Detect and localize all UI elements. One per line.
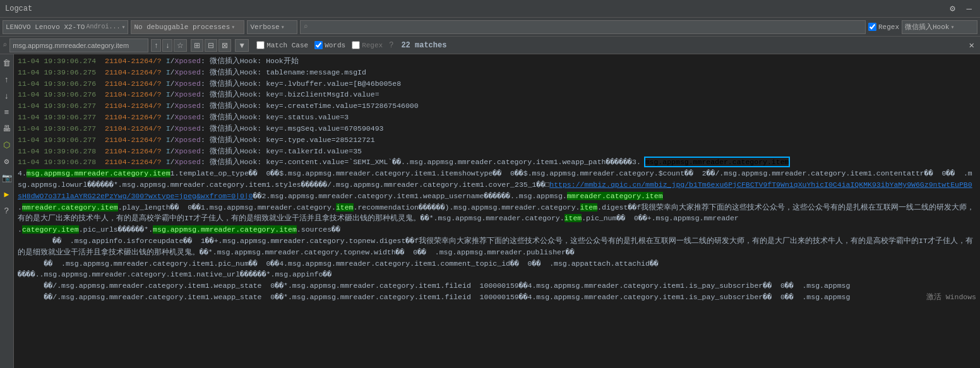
words-label: Words	[325, 42, 345, 49]
regex-checkbox[interactable]	[868, 23, 876, 31]
level-arrow-icon: ▾	[281, 23, 285, 31]
sidebar-camera-icon[interactable]: 📷	[1, 172, 13, 184]
sidebar-play-icon[interactable]: ▶	[1, 188, 13, 201]
log-line: .mmreader.category.item.play_length�� 0�…	[16, 202, 977, 225]
search-icon-small: ⌕	[3, 40, 7, 50]
main-search-bar[interactable]: ⌕	[300, 20, 866, 34]
search-input-container[interactable]	[9, 39, 148, 52]
match-case-label: Match Case	[266, 42, 308, 49]
hook-label: 微信插入Hook	[905, 22, 949, 32]
sidebar-question-icon[interactable]: ?	[1, 205, 13, 217]
log-line: .category.item.pic_urls������*.msg.appms…	[16, 224, 977, 235]
log-line: 11-04 19:39:06.274 21104-21264/? I/Xpose…	[16, 56, 977, 67]
log-line: 11-04 19:39:06.278 21104-21264/? I/Xpose…	[16, 146, 977, 157]
search-next-button[interactable]: ↓	[162, 39, 172, 52]
sidebar-delete-icon[interactable]: 🗑	[1, 57, 13, 69]
device-label: LENOVO Lenovo X2-TO	[6, 23, 85, 31]
search-nav-buttons: ↑ ↓ ☆	[151, 39, 187, 52]
process-label: No debuggable processes	[134, 23, 230, 31]
match-case-checkbox[interactable]	[256, 41, 265, 49]
log-line: 11-04 19:39:06.277 21104-21264/? I/Xpose…	[16, 123, 977, 134]
sidebar-filter-icon[interactable]: ≡	[1, 106, 13, 119]
sidebar-android-icon[interactable]: ⬡	[1, 139, 13, 151]
sidebar-print-icon[interactable]: 🖶	[1, 122, 13, 135]
regex-search-label: Regex	[362, 42, 383, 49]
settings-button[interactable]: ⚙	[947, 2, 958, 15]
level-label: Verbose	[250, 23, 279, 31]
main-container: 🗑 ↑ ↓ ≡ 🖶 ⬡ ⚙ 📷 ▶ ? 11-04 19:39:06.274 2…	[0, 54, 980, 368]
search-bookmark-button[interactable]: ☆	[174, 39, 187, 52]
log-link[interactable]: https://mmbiz.qpic.cn/mmbiz_jpg/b1Tm6exu…	[18, 181, 972, 200]
filter-btn-3[interactable]: ⊠	[218, 39, 231, 52]
sidebar: 🗑 ↑ ↓ ≡ 🖶 ⬡ ⚙ 📷 ▶ ?	[0, 54, 14, 368]
close-search-button[interactable]: ✕	[966, 39, 977, 52]
process-arrow-icon: ▾	[231, 23, 235, 31]
process-selector[interactable]: No debuggable processes ▾	[131, 20, 244, 34]
device-selector[interactable]: LENOVO Lenovo X2-TO Androi... ▾	[3, 20, 128, 34]
regex-label: Regex	[878, 23, 899, 31]
sidebar-down-icon[interactable]: ↓	[1, 90, 13, 102]
main-toolbar: LENOVO Lenovo X2-TO Androi... ▾ No debug…	[0, 18, 980, 37]
matches-count: 22 matches	[401, 41, 446, 50]
main-search-input[interactable]	[311, 23, 863, 31]
filter-btn-2[interactable]: ⊟	[205, 39, 217, 52]
search-toolbar: ⌕ ↑ ↓ ☆ ⊞ ⊟ ⊠ ▼ Match Case Words Regex ?…	[0, 37, 980, 54]
search-icon: ⌕	[303, 22, 308, 32]
log-line: ����..msg.appmsg.mmreader.category.item1…	[16, 269, 977, 280]
title-bar-right: ⚙ —	[947, 2, 975, 15]
log-content[interactable]: 11-04 19:39:06.274 21104-21264/? I/Xpose…	[14, 54, 980, 368]
log-line: 11-04 19:39:06.277 21104-21264/? I/Xpose…	[16, 134, 977, 146]
match-case-toggle[interactable]: Match Case	[256, 41, 308, 49]
hook-arrow-icon: ▾	[950, 23, 954, 31]
app-title: Logcat	[5, 4, 32, 13]
title-bar: Logcat ⚙ —	[0, 0, 980, 18]
hook-selector[interactable]: 微信插入Hook ▾	[902, 20, 977, 34]
log-line: ��/.msg.appmsg.mmreader.category.item1.w…	[16, 292, 977, 303]
search-options: Match Case Words Regex ?	[256, 41, 393, 50]
regex-toggle[interactable]: Regex	[868, 23, 899, 31]
search-prev-button[interactable]: ↑	[151, 39, 161, 52]
filter-btn-1[interactable]: ⊞	[191, 39, 203, 52]
device-arrow-icon: ▾	[121, 23, 125, 31]
minimize-button[interactable]: —	[964, 3, 975, 15]
help-icon[interactable]: ?	[389, 41, 393, 50]
title-bar-left: Logcat	[5, 4, 32, 13]
log-line: 4.msg.appmsg.mmreader.category.item1.tem…	[16, 168, 977, 201]
log-line: 11-04 19:39:06.276 21104-21264/? I/Xpose…	[16, 89, 977, 100]
sidebar-settings-icon[interactable]: ⚙	[1, 155, 13, 168]
log-line: �� .msg.appinfo.isforceupdate�� 1��+.msg…	[16, 235, 977, 258]
regex-search-toggle[interactable]: Regex	[352, 41, 383, 49]
log-line: 11-04 19:39:06.276 21104-21264/? I/Xpose…	[16, 78, 977, 90]
log-line: 11-04 19:39:06.275 21104-21264/? I/Xpose…	[16, 67, 977, 78]
log-line: 11-04 19:39:06.278 21104-21264/? I/Xpose…	[16, 157, 977, 168]
log-line: �� .msg.appmsg.mmreader.category.item1.p…	[16, 258, 977, 270]
log-line: 11-04 19:39:06.277 21104-21264/? I/Xpose…	[16, 100, 977, 112]
log-line: ��/.msg.appmsg.mmreader.category.item1.w…	[16, 280, 977, 292]
words-checkbox[interactable]	[314, 41, 323, 49]
funnel-button[interactable]: ▼	[235, 39, 249, 52]
regex-search-checkbox[interactable]	[352, 41, 360, 49]
words-toggle[interactable]: Words	[314, 41, 345, 49]
filter-mode-buttons: ⊞ ⊟ ⊠	[191, 39, 231, 52]
sidebar-up-icon[interactable]: ↑	[1, 73, 13, 86]
device-suffix: Androi...	[86, 23, 120, 30]
level-selector[interactable]: Verbose ▾	[247, 20, 297, 34]
search-input[interactable]	[13, 42, 145, 49]
log-line: 11-04 19:39:06.277 21104-21264/? I/Xpose…	[16, 112, 977, 123]
